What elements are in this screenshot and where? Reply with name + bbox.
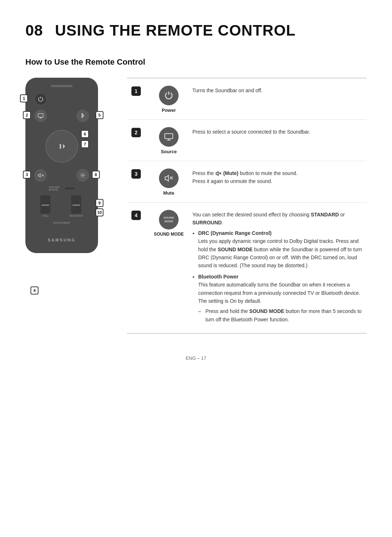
settings-group: 8 — [77, 169, 89, 182]
chapter-number: 08 — [25, 22, 43, 39]
remote-body: 1 2 — [25, 78, 98, 253]
vol-item: VOL — [40, 195, 50, 217]
bluetooth-pair-group: 5 — [77, 110, 89, 122]
sound-mode-label-area: SOUNDMODE — [31, 186, 93, 191]
soundbar-label: SOUNDBAR — [53, 221, 70, 224]
callout-2: 2 — [23, 111, 31, 119]
table-section: 1 Power Turns the Soundbar on and off. — [127, 78, 367, 334]
nav-circle[interactable] — [45, 130, 78, 163]
callout-4: 4 — [30, 286, 38, 294]
settings-btn[interactable] — [77, 169, 89, 182]
footer-text: ENG – 17 — [185, 355, 206, 361]
samsung-brand: SAMSUNG — [48, 238, 75, 242]
row-desc-soundmode: You can select the desired sound effect … — [192, 209, 367, 326]
source-label: Source — [161, 149, 177, 154]
svg-marker-3 — [38, 174, 40, 177]
table-row-soundmode: 4 SOUNDMODE SOUND MODE You can select th… — [127, 203, 367, 334]
vol-slider[interactable] — [40, 195, 50, 213]
nav-area: 6 7 — [31, 129, 93, 164]
power-label: Power — [162, 107, 176, 113]
row-icon-soundmode: SOUNDMODE SOUND MODE — [149, 209, 189, 237]
callout-3: 3 — [23, 171, 31, 179]
row-desc-source: Press to select a source connected to th… — [192, 126, 367, 136]
mute-inline-icon — [215, 170, 222, 177]
mute-icon — [159, 168, 179, 188]
svg-rect-1 — [60, 144, 61, 149]
callout-9: 9 — [95, 199, 103, 207]
bluetooth-btn[interactable] — [77, 110, 89, 122]
row-desc-power: Turns the Soundbar on and off. — [192, 85, 367, 94]
table-row-mute: 3 Mute Press the — [127, 161, 367, 203]
power-icon — [159, 86, 179, 105]
row-num-3: 3 — [127, 168, 145, 179]
table-row-source: 2 Source Press to select a source connec… — [127, 120, 367, 161]
vol-woofer-row: VOL WOOFER 9 10 — [31, 195, 93, 217]
source-btn[interactable] — [34, 110, 47, 122]
soundbar-indicator — [65, 187, 74, 190]
remote-row-mute-settings: 3 8 — [31, 169, 93, 182]
page-footer: ENG – 17 — [25, 355, 367, 361]
woofer-item: WOOFER — [69, 195, 83, 217]
function-table: 1 Power Turns the Soundbar on and off. — [127, 78, 367, 334]
table-row-power: 1 Power Turns the Soundbar on and off. — [127, 78, 367, 120]
content-area: 1 2 — [25, 78, 367, 334]
page-title: 08 USING THE REMOTE CONTROL — [25, 22, 367, 39]
row-num-2: 2 — [127, 126, 145, 137]
section-title: How to Use the Remote Control — [25, 57, 367, 67]
svg-marker-2 — [63, 144, 65, 149]
callout-8: 8 — [92, 171, 100, 179]
callout-7: 7 — [81, 140, 89, 148]
remote-row-source: 2 5 — [31, 110, 93, 122]
row-icon-source: Source — [149, 126, 189, 154]
woofer-slider[interactable] — [71, 195, 81, 213]
sound-mode-text: SOUNDMODE — [49, 186, 60, 191]
source-icon — [159, 127, 179, 147]
remote-top-bar — [51, 85, 73, 87]
chapter-title: USING THE REMOTE CONTROL — [55, 22, 295, 39]
svg-marker-11 — [216, 172, 218, 176]
callout-5: 5 — [95, 111, 103, 119]
power-btn[interactable] — [34, 93, 47, 105]
mute-label: Mute — [163, 190, 174, 196]
svg-rect-7 — [165, 134, 173, 139]
svg-rect-0 — [38, 114, 43, 117]
row-num-1: 1 — [127, 85, 145, 96]
remote-row-power: 1 — [31, 93, 93, 105]
callout-1: 1 — [20, 94, 28, 102]
callout-10: 10 — [95, 208, 103, 216]
sound-mode-icon: SOUNDMODE — [159, 210, 179, 229]
row-num-4: 4 — [127, 209, 145, 220]
svg-marker-8 — [165, 175, 168, 181]
row-icon-power: Power — [149, 85, 189, 113]
row-desc-mute: Press the (Mute) button to mute the soun… — [192, 168, 367, 186]
woofer-label: WOOFER — [69, 215, 83, 217]
row-icon-mute: Mute — [149, 168, 189, 196]
callout-6: 6 — [81, 130, 89, 138]
soundmode-label: SOUND MODE — [154, 232, 184, 237]
remote-illustration: 1 2 — [25, 78, 113, 334]
svg-point-6 — [82, 175, 83, 176]
vol-label: VOL — [42, 215, 49, 217]
mute-btn[interactable] — [34, 169, 47, 182]
